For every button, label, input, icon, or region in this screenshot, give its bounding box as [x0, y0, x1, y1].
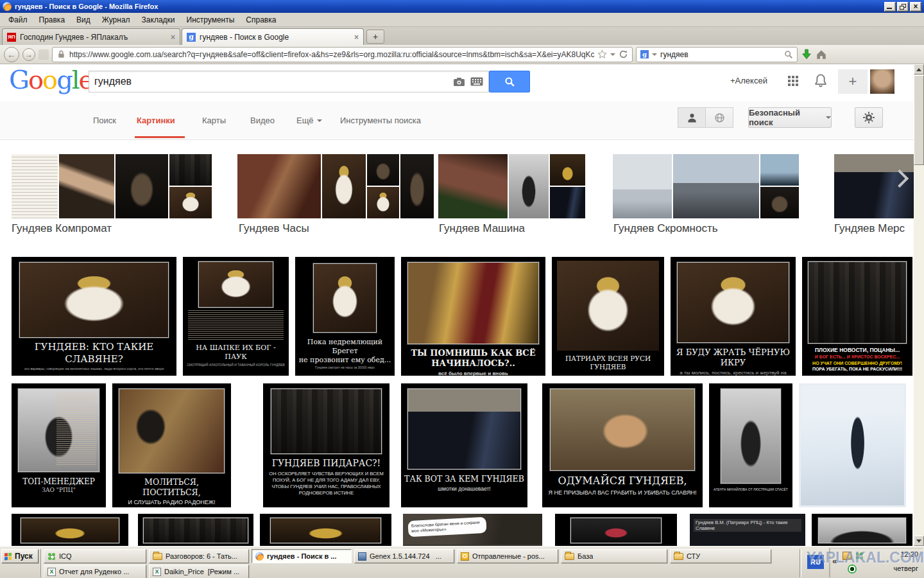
- related-cluster-chasy[interactable]: [237, 154, 435, 218]
- image-result[interactable]: ГУНДЯЕВ: КТО ТАКИЕ СЛАВЯНЕ? это варвары,…: [12, 257, 176, 376]
- google-search-input[interactable]: [94, 76, 448, 87]
- image-result[interactable]: [138, 514, 253, 546]
- image-result[interactable]: ПЛОХИЕ НОВОСТИ, ПОЦАНЫ... И БОГ ЕСТЬ... …: [802, 257, 912, 376]
- image-result[interactable]: Гундяев В.М. (Патриарх РПЦ) - Кто такие …: [690, 514, 805, 546]
- image-result[interactable]: ТЫ ПОМНИШЬ КАК ВСЁ НАЧИНАЛОСЬ?.. всё был…: [401, 257, 545, 376]
- taskbar-item-excel-daikin[interactable]: XDaikin_Price [Режим ...: [149, 565, 249, 578]
- image-result[interactable]: ТОП-МЕНЕДЖЕР ЗАО "РПЦ": [12, 383, 106, 507]
- bookmark-star-icon[interactable]: [597, 49, 607, 59]
- forward-button[interactable]: →: [22, 48, 35, 61]
- scroll-up-button[interactable]: [914, 64, 924, 74]
- meme-photo: [271, 389, 382, 454]
- account-name[interactable]: +Алексей: [730, 76, 767, 85]
- search-engine-dropdown-icon[interactable]: [652, 53, 657, 56]
- image-result[interactable]: [260, 514, 391, 546]
- person-results-toggle[interactable]: [678, 107, 706, 128]
- minimize-button[interactable]: [884, 2, 896, 12]
- image-result[interactable]: ОДУМАЙСЯ ГУНДЯЕВ, Я НЕ ПРИЗЫВАЛ ВАС ГРАБ…: [542, 383, 703, 507]
- related-label[interactable]: Гундяев Часы: [239, 222, 309, 235]
- taskbar-item-excel-report[interactable]: XОтчет для Руденко ...: [44, 565, 146, 578]
- related-cluster-skromnost[interactable]: [613, 154, 799, 218]
- menu-tools[interactable]: Инструменты: [181, 13, 241, 26]
- tab-close-icon[interactable]: ×: [171, 33, 175, 42]
- notifications-bell-icon[interactable]: [814, 73, 828, 91]
- related-cluster-komprmat[interactable]: [12, 154, 212, 218]
- keyboard-icon[interactable]: [470, 77, 483, 86]
- tab-web-search[interactable]: Поиск: [93, 116, 116, 125]
- taskbar-item-baza[interactable]: База: [561, 549, 667, 563]
- image-result[interactable]: ГУНДЯЕВ ПИДАРАС?! ОН ОСКОРБЛЯЕТ ЧУВСТВА …: [263, 383, 389, 507]
- related-cluster-mers[interactable]: [834, 154, 914, 218]
- taskbar-item-conversations[interactable]: Разговоров: 6 - Тать...: [149, 549, 249, 563]
- image-result[interactable]: [812, 514, 912, 546]
- browser-search-box[interactable]: g: [636, 47, 798, 62]
- google-search-box[interactable]: [89, 71, 489, 92]
- related-cluster-mashina[interactable]: [438, 154, 585, 218]
- tab-video[interactable]: Видео: [250, 116, 275, 125]
- image-result[interactable]: ТАК ВОТ ЗА КЕМ ГУНДЯЕВ шмотки донашевает…: [401, 383, 527, 507]
- page-scrollbar[interactable]: [914, 64, 924, 546]
- home-icon[interactable]: [816, 49, 827, 60]
- related-label[interactable]: Гундяев Компромат: [12, 222, 112, 235]
- related-label[interactable]: Гундяев Мерс: [834, 222, 914, 235]
- tab-close-icon[interactable]: ×: [354, 33, 359, 42]
- apps-grid-icon[interactable]: [788, 76, 791, 78]
- close-button[interactable]: ×: [910, 2, 921, 12]
- image-result[interactable]: ПАТРИАРХ ВСЕЯ РУСИ ГУНДЯЕВ: [552, 257, 664, 376]
- google-search-button[interactable]: [489, 71, 530, 92]
- browser-search-input[interactable]: [660, 50, 781, 59]
- image-result[interactable]: [12, 514, 128, 546]
- camera-search-icon[interactable]: [453, 77, 465, 87]
- avatar[interactable]: [870, 69, 894, 94]
- tab-more[interactable]: Ещё: [296, 116, 322, 125]
- download-icon[interactable]: [801, 49, 812, 60]
- menu-help[interactable]: Справка: [240, 13, 282, 26]
- safe-search-dropdown[interactable]: Безопасный поиск: [748, 107, 832, 128]
- scroll-down-button[interactable]: [914, 536, 924, 546]
- menu-history[interactable]: Журнал: [96, 13, 136, 26]
- taskbar-item-genex[interactable]: Genex 1.5.144.724 ...: [354, 549, 454, 563]
- image-result[interactable]: Я БУДУ ЖРАТЬ ЧЁРНУЮ ИКРУ а ты молись, по…: [671, 257, 796, 376]
- back-button[interactable]: ←: [4, 47, 19, 62]
- taskbar-item-icq[interactable]: ICQ: [44, 549, 146, 563]
- tab-bar: ЯП Господин Гундяев - ЯПлакалъ × g гундя…: [0, 27, 924, 45]
- taskbar-item-stu[interactable]: СТУ: [670, 549, 771, 563]
- menu-edit[interactable]: Правка: [33, 13, 71, 26]
- meme-bodytext: [188, 310, 284, 341]
- image-result[interactable]: [555, 514, 677, 546]
- image-result[interactable]: [799, 383, 906, 507]
- image-result[interactable]: Благослови братан меня и сохрани мое «Ме…: [403, 514, 542, 546]
- restore-button[interactable]: [897, 2, 909, 12]
- reload-icon[interactable]: [619, 49, 628, 59]
- image-result[interactable]: АГЕНТА МИХАЙЛОВА ОТ ЛЮСТРАЦИИ СПАСЁТ: [709, 383, 792, 507]
- chevron-down-icon: [317, 119, 322, 122]
- image-result[interactable]: МОЛИТЬСЯ, ПОСТИТЬСЯ, И СЛУШАТЬ РАДИО РАД…: [112, 383, 231, 507]
- related-label[interactable]: Гундяев Скромность: [613, 222, 718, 235]
- image-result[interactable]: НА ШАПКЕ ИХ БОГ - ПАУК СМОТРЯЩИЙ АЛКОГОЛ…: [183, 257, 289, 376]
- image-result[interactable]: Пока недремлющий Брегет не прозвонит ему…: [295, 257, 395, 376]
- menu-bookmarks[interactable]: Закладки: [136, 13, 181, 26]
- history-dropdown-icon[interactable]: [38, 49, 49, 60]
- taskbar-item-firefox[interactable]: гундяев - Поиск в ...: [252, 549, 352, 563]
- globe-results-toggle[interactable]: [705, 107, 733, 128]
- start-button[interactable]: Пуск: [1, 549, 38, 563]
- search-tools-button[interactable]: Инструменты поиска: [340, 116, 421, 125]
- settings-gear-button[interactable]: [855, 107, 883, 128]
- url-dropdown-icon[interactable]: [610, 53, 615, 56]
- search-icon[interactable]: [784, 50, 793, 59]
- url-input[interactable]: [69, 50, 594, 59]
- taskbar-divider: [800, 549, 801, 577]
- menu-file[interactable]: Файл: [3, 13, 33, 26]
- tab-google-search[interactable]: g гундяев - Поиск в Google ×: [182, 28, 364, 45]
- new-tab-button[interactable]: +: [366, 30, 384, 44]
- share-plus-button[interactable]: +: [838, 69, 868, 94]
- related-label[interactable]: Гундяев Машина: [439, 222, 525, 235]
- meme-photo: [270, 518, 381, 543]
- tab-maps[interactable]: Карты: [202, 116, 226, 125]
- tab-images[interactable]: Картинки: [137, 116, 175, 125]
- url-bar[interactable]: [52, 47, 633, 62]
- tab-yaplakal[interactable]: ЯП Господин Гундяев - ЯПлакалъ ×: [2, 28, 180, 45]
- taskbar-item-outlook-sent[interactable]: OОтправленные - pos...: [457, 549, 558, 563]
- scrollbar-thumb[interactable]: [914, 75, 924, 165]
- menu-view[interactable]: Вид: [71, 13, 96, 26]
